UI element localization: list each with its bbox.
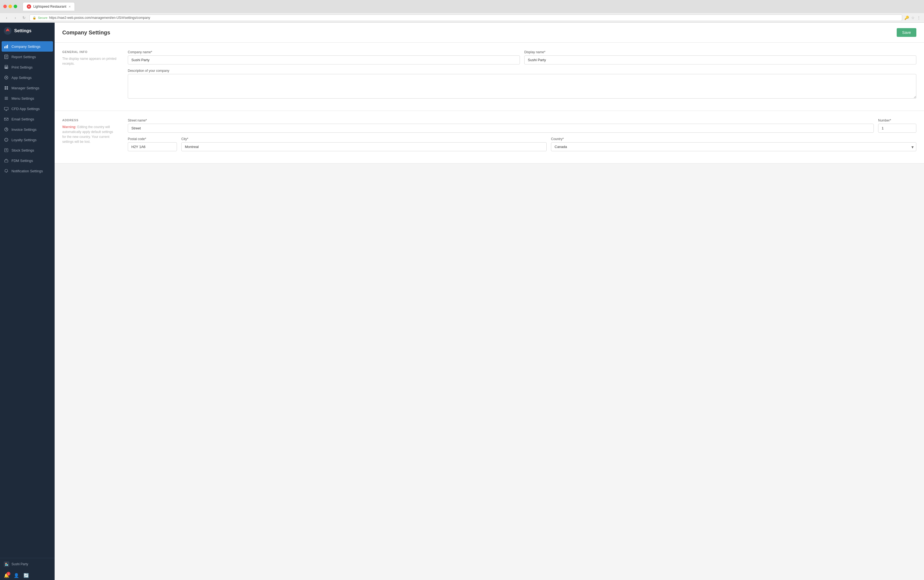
display-name-label: Display name* xyxy=(524,50,916,54)
close-button[interactable] xyxy=(3,5,7,8)
tab-bar: Lightspeed Restaurant ✕ xyxy=(20,2,78,11)
traffic-lights xyxy=(3,5,17,8)
store-name: Sushi Party xyxy=(12,562,28,566)
report-icon xyxy=(4,54,9,59)
address-layout: ADDRESS Warning: Editing the country wil… xyxy=(62,119,916,156)
sidebar-item-invoice[interactable]: Invoice Settings xyxy=(0,124,54,135)
svg-rect-2 xyxy=(6,46,7,48)
sidebar-item-report-label: Report Settings xyxy=(12,55,36,59)
general-info-meta: GENERAL INFO The display name appears on… xyxy=(62,50,117,103)
street-name-input[interactable] xyxy=(128,124,874,133)
browser-titlebar: Lightspeed Restaurant ✕ xyxy=(0,0,924,13)
sidebar-item-menu[interactable]: Menu Settings xyxy=(0,93,54,104)
sidebar-item-app-label: App Settings xyxy=(12,76,32,80)
sidebar-item-email[interactable]: Email Settings xyxy=(0,114,54,124)
fdm-icon xyxy=(4,158,9,163)
notifications-button[interactable]: 🔔 1 xyxy=(4,573,9,578)
description-row: Description of your company xyxy=(128,69,916,99)
svg-point-12 xyxy=(6,77,7,78)
maximize-button[interactable] xyxy=(14,5,17,8)
street-row: Street name* Number* xyxy=(128,119,916,133)
back-button[interactable]: ‹ xyxy=(3,15,10,21)
app-icon xyxy=(4,75,9,80)
company-name-input[interactable] xyxy=(128,56,520,64)
star-icon[interactable]: ☆ xyxy=(911,16,915,20)
svg-text:?: ? xyxy=(5,139,7,142)
country-label: Country* xyxy=(551,137,916,141)
number-group: Number* xyxy=(878,119,916,133)
address-desc: Warning: Editing the country will automa… xyxy=(62,125,117,144)
user-button[interactable]: 👤 xyxy=(14,573,19,578)
store-info: 🏪 Sushi Party xyxy=(4,562,51,567)
address-section: ADDRESS Warning: Editing the country wil… xyxy=(54,111,924,163)
address-actions: 🔑 ☆ ⋮ xyxy=(904,16,921,20)
footer-actions: 🔔 1 👤 🔄 xyxy=(0,570,54,580)
forward-button[interactable]: › xyxy=(12,15,18,21)
reload-button[interactable]: ↻ xyxy=(21,15,27,21)
sidebar-item-notification[interactable]: Notification Settings xyxy=(0,166,54,176)
store-icon: 🏪 xyxy=(4,562,9,567)
sidebar-item-company[interactable]: Company Settings xyxy=(2,41,53,52)
name-row: Company name* Display name* xyxy=(128,50,916,64)
sidebar-item-fdm[interactable]: FDM Settings xyxy=(0,155,54,166)
sidebar-item-loyalty-label: Loyalty Settings xyxy=(12,138,36,142)
svg-rect-14 xyxy=(7,86,8,88)
sidebar-item-report[interactable]: Report Settings xyxy=(0,52,54,62)
company-name-group: Company name* xyxy=(128,50,520,64)
minimize-button[interactable] xyxy=(8,5,12,8)
sidebar-nav: Company Settings Report Settings Print S… xyxy=(0,39,54,558)
notification-badge: 1 xyxy=(7,572,10,576)
loyalty-icon: ? xyxy=(4,137,9,142)
postal-code-group: Postal code* xyxy=(128,137,177,151)
city-row: Postal code* City* Country* Canada xyxy=(128,137,916,151)
general-info-desc: The display name appears on printed rece… xyxy=(62,56,117,66)
svg-rect-8 xyxy=(5,65,8,67)
country-select[interactable]: Canada United States Belgium France Neth… xyxy=(551,142,916,151)
main-content: Company Settings Save GENERAL INFO The d… xyxy=(54,23,924,580)
svg-rect-30 xyxy=(5,160,8,162)
sidebar-item-loyalty[interactable]: ? Loyalty Settings xyxy=(0,135,54,145)
sidebar-item-cfd[interactable]: CFD App Settings xyxy=(0,104,54,114)
description-group: Description of your company xyxy=(128,69,916,99)
browser-chrome: Lightspeed Restaurant ✕ ‹ › ↻ 🔒 Secure h… xyxy=(0,0,924,23)
menu-settings-icon xyxy=(4,96,9,101)
svg-rect-1 xyxy=(4,46,5,48)
tab-close-icon[interactable]: ✕ xyxy=(69,5,71,8)
secure-label: Secure xyxy=(38,16,48,20)
sidebar: Settings Company Settings Report Setting… xyxy=(0,23,54,580)
address-fields: Street name* Number* Postal code* xyxy=(128,119,916,156)
sidebar-item-company-label: Company Settings xyxy=(12,44,40,49)
svg-rect-15 xyxy=(5,88,6,89)
general-info-section: GENERAL INFO The display name appears on… xyxy=(54,43,924,111)
sidebar-item-manager-label: Manager Settings xyxy=(12,86,40,90)
display-name-group: Display name* xyxy=(524,50,916,64)
postal-code-input[interactable] xyxy=(128,142,177,151)
cfd-icon xyxy=(4,106,9,111)
stock-icon xyxy=(4,148,9,153)
menu-icon[interactable]: ⋮ xyxy=(917,16,921,20)
general-info-layout: GENERAL INFO The display name appears on… xyxy=(62,50,916,103)
svg-rect-13 xyxy=(5,86,6,88)
sidebar-item-notification-label: Notification Settings xyxy=(12,169,43,173)
sidebar-item-stock[interactable]: Stock Settings xyxy=(0,145,54,155)
save-button[interactable]: Save xyxy=(897,28,916,37)
company-name-label: Company name* xyxy=(128,50,520,54)
print-icon xyxy=(4,65,9,70)
sidebar-item-print-label: Print Settings xyxy=(12,65,33,69)
notification-nav-icon xyxy=(4,168,9,173)
city-input[interactable] xyxy=(181,142,547,151)
sidebar-item-print[interactable]: Print Settings xyxy=(0,62,54,72)
display-name-input[interactable] xyxy=(524,56,916,64)
city-label: City* xyxy=(181,137,547,141)
address-meta: ADDRESS Warning: Editing the country wil… xyxy=(62,119,117,156)
description-textarea[interactable] xyxy=(128,74,916,99)
email-icon xyxy=(4,117,9,122)
sidebar-item-manager[interactable]: Manager Settings xyxy=(0,83,54,93)
url-bar[interactable]: 🔒 Secure https://nae2-web.posios.com/man… xyxy=(30,15,902,21)
tab-title: Lightspeed Restaurant xyxy=(33,5,66,8)
settings-button[interactable]: 🔄 xyxy=(23,573,29,578)
number-input[interactable] xyxy=(878,124,916,133)
sidebar-item-app[interactable]: App Settings xyxy=(0,72,54,83)
key-icon[interactable]: 🔑 xyxy=(904,16,909,20)
active-tab[interactable]: Lightspeed Restaurant ✕ xyxy=(23,2,75,11)
